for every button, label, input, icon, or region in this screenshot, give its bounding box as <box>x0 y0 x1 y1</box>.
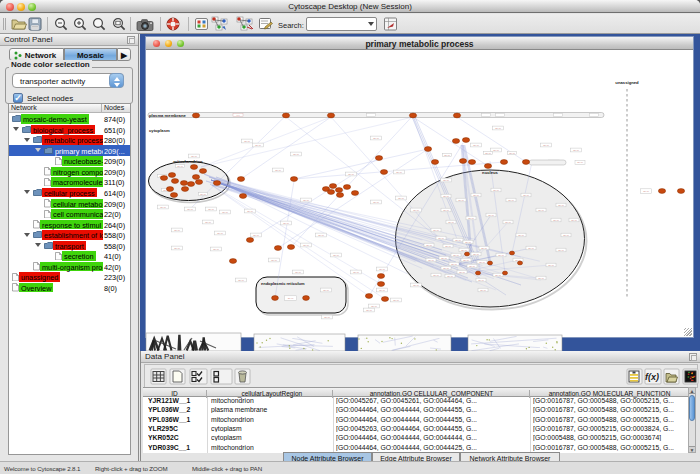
svg-text:Gx-xx: Gx-xx <box>488 214 495 216</box>
svg-text:Gx-xx: Gx-xx <box>478 279 485 281</box>
svg-text:Gx-xx: Gx-xx <box>473 194 480 196</box>
svg-text:Gx-xx: Gx-xx <box>485 152 492 154</box>
svg-text:Gx-xx: Gx-xx <box>563 234 570 236</box>
svg-text:Gx-xx: Gx-xx <box>396 171 403 173</box>
svg-text:Gx-xx: Gx-xx <box>515 259 522 261</box>
svg-text:Gx-xx: Gx-xx <box>177 165 184 167</box>
svg-text:Gx-xx: Gx-xx <box>348 173 355 175</box>
svg-text:Gx-xx: Gx-xx <box>473 253 480 255</box>
svg-text:f(x): f(x) <box>645 372 659 382</box>
svg-text:Gx-xx: Gx-xx <box>398 197 405 199</box>
svg-text:Gx-xx: Gx-xx <box>271 259 278 261</box>
svg-text:Gx-xx: Gx-xx <box>379 268 386 270</box>
svg-text:Gx-xx: Gx-xx <box>493 149 500 151</box>
svg-text:Gx-xx: Gx-xx <box>333 254 340 256</box>
svg-text:Gx-xx: Gx-xx <box>373 201 380 203</box>
svg-text:Gx-xx: Gx-xx <box>443 267 450 269</box>
svg-text:Gx-xx: Gx-xx <box>222 211 229 213</box>
svg-text:Gx-xx: Gx-xx <box>205 221 212 223</box>
svg-text:t--t: t--t <box>237 114 240 116</box>
svg-text:Gx-xx: Gx-xx <box>379 289 386 291</box>
svg-text:Gx-xx: Gx-xx <box>480 289 487 291</box>
svg-text:Gx-xx: Gx-xx <box>426 244 433 246</box>
svg-text:Gx-xx: Gx-xx <box>200 193 207 195</box>
svg-text:endoplasmic reticulum: endoplasmic reticulum <box>261 281 305 286</box>
svg-text:Gx-xx: Gx-xx <box>428 259 435 261</box>
svg-text:Gx-xx: Gx-xx <box>453 254 460 256</box>
svg-text:Gx-xx: Gx-xx <box>253 234 260 236</box>
svg-text:Gx-xx: Gx-xx <box>433 274 440 276</box>
svg-text:Gx-xx: Gx-xx <box>213 248 220 250</box>
svg-text:Gx-xx: Gx-xx <box>303 199 310 201</box>
svg-text:Gx-xx: Gx-xx <box>413 284 420 286</box>
svg-text:Gx-xx: Gx-xx <box>174 229 181 231</box>
svg-text:Gx-xx: Gx-xx <box>318 234 325 236</box>
svg-text:Gx-xx: Gx-xx <box>479 261 486 263</box>
svg-text:Gx-xx: Gx-xx <box>518 234 525 236</box>
svg-text:Gx-xx: Gx-xx <box>465 241 472 243</box>
svg-text:Gx-xx: Gx-xx <box>463 259 470 261</box>
svg-text:Gx-xx: Gx-xx <box>323 289 330 291</box>
svg-text:Gx-xx: Gx-xx <box>208 208 215 210</box>
svg-text:Gx-xx: Gx-xx <box>371 305 378 307</box>
svg-text:Gx-xx: Gx-xx <box>553 219 560 221</box>
svg-text:Gx-xx: Gx-xx <box>275 169 282 171</box>
svg-text:Gx-xx: Gx-xx <box>558 204 565 206</box>
svg-text:Gx-xx: Gx-xx <box>448 221 455 223</box>
svg-text:Gx-xx: Gx-xx <box>445 245 452 247</box>
svg-text:Gx-xx: Gx-xx <box>191 155 198 157</box>
svg-text:Gx-xx: Gx-xx <box>187 208 194 210</box>
svg-text:Gx-xx: Gx-xx <box>160 206 167 208</box>
svg-text:Gx-xx: Gx-xx <box>523 194 530 196</box>
svg-text:Gx-xx: Gx-xx <box>441 257 448 259</box>
svg-text:Gx-xx: Gx-xx <box>283 222 290 224</box>
svg-text:Gx-xx: Gx-xx <box>538 277 545 279</box>
svg-text:cytoplasm: cytoplasm <box>149 128 170 133</box>
svg-text:unassigned: unassigned <box>615 80 639 85</box>
svg-text:Gx-xx: Gx-xx <box>481 247 488 249</box>
svg-text:Gx-xx: Gx-xx <box>458 199 465 201</box>
svg-text:Gx-xx: Gx-xx <box>461 249 468 251</box>
svg-text:Gx-xx: Gx-xx <box>473 144 480 146</box>
svg-text:Gx-xx: Gx-xx <box>217 232 224 234</box>
svg-text:Gx-xx: Gx-xx <box>571 219 578 221</box>
svg-text:Gx-xx: Gx-xx <box>459 271 466 273</box>
svg-text:Gx-xx: Gx-xx <box>577 161 584 163</box>
svg-text:Gx-xx: Gx-xx <box>438 237 445 239</box>
svg-text:Gx-xx: Gx-xx <box>548 264 555 266</box>
svg-text:Gx-xx: Gx-xx <box>443 209 450 211</box>
svg-text:Gx-xx: Gx-xx <box>455 239 462 241</box>
svg-text:Gx-xx: Gx-xx <box>447 275 454 277</box>
svg-text:Gx-xx: Gx-xx <box>493 189 500 191</box>
svg-text:Gx-xx: Gx-xx <box>174 247 181 249</box>
svg-text:Gx-xx: Gx-xx <box>293 153 300 155</box>
svg-text:Gx-xx: Gx-xx <box>451 263 458 265</box>
svg-text:Gx-xx: Gx-xx <box>366 309 373 311</box>
svg-text:Gx-xx: Gx-xx <box>393 299 400 301</box>
svg-text:Gx-xx: Gx-xx <box>444 154 451 156</box>
svg-text:Gx-xx: Gx-xx <box>443 195 450 197</box>
svg-text:Gx-xx: Gx-xx <box>538 209 545 211</box>
svg-text:Gx-xx: Gx-xx <box>244 140 251 142</box>
svg-text:Gx-xx: Gx-xx <box>433 229 440 231</box>
svg-text:nucleus: nucleus <box>482 170 498 175</box>
svg-text:Gx-xx: Gx-xx <box>543 144 550 146</box>
svg-text:Gx-xx: Gx-xx <box>288 297 295 299</box>
svg-text:Gx-xx: Gx-xx <box>443 179 450 181</box>
svg-text:mitochondrion: mitochondrion <box>173 159 203 164</box>
svg-text:Gx-xx: Gx-xx <box>295 271 302 273</box>
svg-text:Gx-xx: Gx-xx <box>255 144 262 146</box>
svg-text:Gx-xx: Gx-xx <box>505 221 512 223</box>
svg-text:Gx-xx: Gx-xx <box>643 190 650 192</box>
svg-text:Gx-xx: Gx-xx <box>413 209 420 211</box>
svg-text:Gx-xx: Gx-xx <box>324 316 331 318</box>
svg-text:Gx-xx: Gx-xx <box>469 265 476 267</box>
svg-text:Gx-xx: Gx-xx <box>468 217 475 219</box>
svg-text:Gx-xx: Gx-xx <box>353 271 360 273</box>
svg-text:Gx-xx: Gx-xx <box>247 210 254 212</box>
svg-text:Gx-xx: Gx-xx <box>495 274 502 276</box>
svg-text:Gx-xx: Gx-xx <box>495 127 502 129</box>
svg-text:Gx-xx: Gx-xx <box>238 279 245 281</box>
svg-text:Gx-xx: Gx-xx <box>498 254 505 256</box>
svg-text:Gx-xx: Gx-xx <box>528 247 535 249</box>
